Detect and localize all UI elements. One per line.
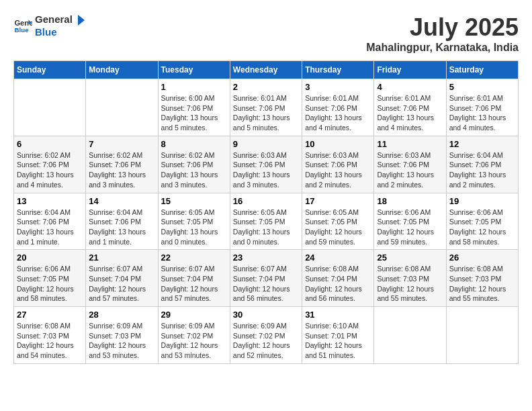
day-number: 4 — [377, 82, 443, 92]
day-info: Sunrise: 6:04 AM Sunset: 7:06 PM Dayligh… — [17, 208, 83, 247]
calendar-cell: 28Sunrise: 6:09 AM Sunset: 7:03 PM Dayli… — [86, 307, 158, 364]
day-info: Sunrise: 6:08 AM Sunset: 7:04 PM Dayligh… — [305, 264, 371, 304]
logo-arrow-icon — [73, 13, 86, 27]
calendar-cell: 16Sunrise: 6:05 AM Sunset: 7:05 PM Dayli… — [230, 193, 302, 250]
day-number: 31 — [305, 310, 371, 320]
day-info: Sunrise: 6:01 AM Sunset: 7:06 PM Dayligh… — [305, 93, 371, 133]
logo-general-text: General — [35, 13, 73, 25]
logo: General Blue General Blue — [13, 13, 86, 38]
day-number: 20 — [17, 253, 83, 263]
day-info: Sunrise: 6:01 AM Sunset: 7:06 PM Dayligh… — [233, 93, 299, 133]
day-number: 24 — [305, 253, 371, 263]
day-info: Sunrise: 6:05 AM Sunset: 7:05 PM Dayligh… — [233, 208, 299, 247]
calendar-cell: 17Sunrise: 6:05 AM Sunset: 7:05 PM Dayli… — [302, 193, 374, 250]
day-info: Sunrise: 6:00 AM Sunset: 7:06 PM Dayligh… — [161, 93, 227, 133]
day-number: 29 — [161, 310, 227, 320]
day-number: 12 — [449, 139, 515, 149]
day-info: Sunrise: 6:09 AM Sunset: 7:02 PM Dayligh… — [233, 321, 299, 361]
day-number: 6 — [17, 139, 83, 149]
day-number: 28 — [89, 310, 154, 320]
day-number: 14 — [89, 196, 154, 206]
title-block: July 2025 Mahalingpur, Karnataka, India — [366, 13, 519, 54]
calendar-cell: 18Sunrise: 6:06 AM Sunset: 7:05 PM Dayli… — [374, 193, 446, 250]
day-info: Sunrise: 6:08 AM Sunset: 7:03 PM Dayligh… — [377, 264, 443, 304]
day-number: 10 — [305, 139, 371, 149]
calendar-cell: 19Sunrise: 6:06 AM Sunset: 7:05 PM Dayli… — [446, 193, 518, 250]
calendar-cell: 15Sunrise: 6:05 AM Sunset: 7:05 PM Dayli… — [158, 193, 230, 250]
day-number: 19 — [449, 196, 515, 206]
calendar-cell: 10Sunrise: 6:03 AM Sunset: 7:06 PM Dayli… — [302, 136, 374, 193]
calendar-week-row-2: 6Sunrise: 6:02 AM Sunset: 7:06 PM Daylig… — [14, 136, 519, 193]
col-tuesday: Tuesday — [158, 61, 230, 79]
svg-text:Blue: Blue — [14, 26, 29, 34]
day-info: Sunrise: 6:10 AM Sunset: 7:01 PM Dayligh… — [305, 321, 371, 361]
day-number: 26 — [449, 253, 515, 263]
calendar-week-row-4: 20Sunrise: 6:06 AM Sunset: 7:05 PM Dayli… — [14, 250, 519, 307]
calendar-cell: 31Sunrise: 6:10 AM Sunset: 7:01 PM Dayli… — [302, 307, 374, 364]
day-number: 5 — [449, 82, 515, 92]
day-info: Sunrise: 6:01 AM Sunset: 7:06 PM Dayligh… — [377, 93, 443, 133]
calendar-week-row-5: 27Sunrise: 6:08 AM Sunset: 7:03 PM Dayli… — [14, 307, 519, 364]
day-info: Sunrise: 6:01 AM Sunset: 7:06 PM Dayligh… — [449, 93, 515, 133]
day-info: Sunrise: 6:02 AM Sunset: 7:06 PM Dayligh… — [89, 150, 154, 190]
calendar-table: Sunday Monday Tuesday Wednesday Thursday… — [13, 60, 519, 364]
calendar-cell: 27Sunrise: 6:08 AM Sunset: 7:03 PM Dayli… — [14, 307, 86, 364]
day-info: Sunrise: 6:06 AM Sunset: 7:05 PM Dayligh… — [449, 208, 515, 247]
col-sunday: Sunday — [14, 61, 86, 79]
day-info: Sunrise: 6:07 AM Sunset: 7:04 PM Dayligh… — [89, 264, 154, 304]
logo-icon: General Blue — [13, 16, 32, 35]
day-info: Sunrise: 6:07 AM Sunset: 7:04 PM Dayligh… — [233, 264, 299, 304]
day-number: 30 — [233, 310, 299, 320]
calendar-cell: 9Sunrise: 6:03 AM Sunset: 7:06 PM Daylig… — [230, 136, 302, 193]
calendar-cell: 5Sunrise: 6:01 AM Sunset: 7:06 PM Daylig… — [446, 79, 518, 136]
col-thursday: Thursday — [302, 61, 374, 79]
day-number: 15 — [161, 196, 227, 206]
calendar-cell: 21Sunrise: 6:07 AM Sunset: 7:04 PM Dayli… — [86, 250, 158, 307]
calendar-cell: 11Sunrise: 6:03 AM Sunset: 7:06 PM Dayli… — [374, 136, 446, 193]
col-saturday: Saturday — [446, 61, 518, 79]
month-year-title: July 2025 — [366, 13, 519, 42]
day-number: 3 — [305, 82, 371, 92]
calendar-cell: 30Sunrise: 6:09 AM Sunset: 7:02 PM Dayli… — [230, 307, 302, 364]
calendar-cell: 12Sunrise: 6:04 AM Sunset: 7:06 PM Dayli… — [446, 136, 518, 193]
day-info: Sunrise: 6:09 AM Sunset: 7:03 PM Dayligh… — [89, 321, 154, 361]
day-info: Sunrise: 6:06 AM Sunset: 7:05 PM Dayligh… — [17, 264, 83, 304]
calendar-cell — [374, 307, 446, 364]
day-info: Sunrise: 6:02 AM Sunset: 7:06 PM Dayligh… — [161, 150, 227, 190]
calendar-cell — [86, 79, 158, 136]
calendar-week-row-3: 13Sunrise: 6:04 AM Sunset: 7:06 PM Dayli… — [14, 193, 519, 250]
logo-blue-text: Blue — [35, 27, 86, 38]
day-info: Sunrise: 6:03 AM Sunset: 7:06 PM Dayligh… — [305, 150, 371, 190]
calendar-cell: 8Sunrise: 6:02 AM Sunset: 7:06 PM Daylig… — [158, 136, 230, 193]
day-number: 21 — [89, 253, 154, 263]
col-friday: Friday — [374, 61, 446, 79]
day-info: Sunrise: 6:02 AM Sunset: 7:06 PM Dayligh… — [17, 150, 83, 190]
day-number: 18 — [377, 196, 443, 206]
day-number: 22 — [161, 253, 227, 263]
calendar-cell: 6Sunrise: 6:02 AM Sunset: 7:06 PM Daylig… — [14, 136, 86, 193]
day-info: Sunrise: 6:09 AM Sunset: 7:02 PM Dayligh… — [161, 321, 227, 361]
day-number: 1 — [161, 82, 227, 92]
day-info: Sunrise: 6:03 AM Sunset: 7:06 PM Dayligh… — [377, 150, 443, 190]
calendar-cell: 4Sunrise: 6:01 AM Sunset: 7:06 PM Daylig… — [374, 79, 446, 136]
svg-marker-3 — [78, 15, 85, 26]
day-info: Sunrise: 6:04 AM Sunset: 7:06 PM Dayligh… — [89, 208, 154, 247]
calendar-cell: 24Sunrise: 6:08 AM Sunset: 7:04 PM Dayli… — [302, 250, 374, 307]
calendar-cell: 25Sunrise: 6:08 AM Sunset: 7:03 PM Dayli… — [374, 250, 446, 307]
calendar-cell: 14Sunrise: 6:04 AM Sunset: 7:06 PM Dayli… — [86, 193, 158, 250]
day-info: Sunrise: 6:08 AM Sunset: 7:03 PM Dayligh… — [17, 321, 83, 361]
calendar-week-row-1: 1Sunrise: 6:00 AM Sunset: 7:06 PM Daylig… — [14, 79, 519, 136]
location-subtitle: Mahalingpur, Karnataka, India — [366, 42, 519, 54]
col-wednesday: Wednesday — [230, 61, 302, 79]
day-number: 16 — [233, 196, 299, 206]
day-number: 17 — [305, 196, 371, 206]
day-number: 8 — [161, 139, 227, 149]
day-number: 27 — [17, 310, 83, 320]
day-number: 7 — [89, 139, 154, 149]
calendar-cell: 23Sunrise: 6:07 AM Sunset: 7:04 PM Dayli… — [230, 250, 302, 307]
day-info: Sunrise: 6:03 AM Sunset: 7:06 PM Dayligh… — [233, 150, 299, 190]
day-number: 25 — [377, 253, 443, 263]
calendar-cell: 3Sunrise: 6:01 AM Sunset: 7:06 PM Daylig… — [302, 79, 374, 136]
day-info: Sunrise: 6:07 AM Sunset: 7:04 PM Dayligh… — [161, 264, 227, 304]
calendar-cell: 1Sunrise: 6:00 AM Sunset: 7:06 PM Daylig… — [158, 79, 230, 136]
